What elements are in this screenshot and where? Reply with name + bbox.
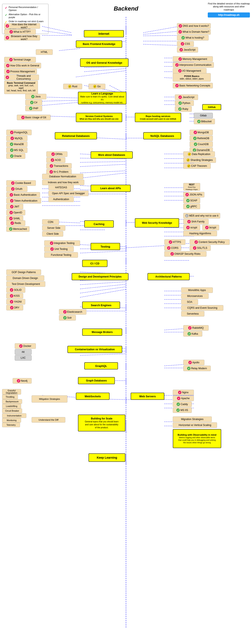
node-dry: ✔DRY xyxy=(6,305,23,310)
node-nosql: NoSQL Databases xyxy=(143,132,181,140)
node-threads: ✔Threads and Concurrency xyxy=(4,75,39,80)
node-os: OS and General Knowledge xyxy=(80,58,129,67)
node-graph-db: Graph Databases xyxy=(78,377,115,384)
svg-line-16 xyxy=(84,68,126,72)
node-rkt: rkt xyxy=(15,349,32,355)
node-backpressure: Backpressure xyxy=(2,399,22,404)
node-rabbitmq: ✔RabbitMQ xyxy=(183,325,209,331)
node-instrumentation: Instrumentation xyxy=(2,413,26,418)
node-solid: ✔SOLID xyxy=(6,287,25,293)
node-cors: ✔CORS xyxy=(164,245,181,251)
node-lxc: LXC xyxy=(15,355,32,360)
node-ms-iis: ✔MS IIS xyxy=(173,408,192,413)
node-observability: Building with Observability in mind Metr… xyxy=(173,429,221,448)
roadmap-container: ✔ Personal Recommendation / Opinion ✔ Al… xyxy=(0,0,252,644)
node-bitbucket: ✔Bitbucket xyxy=(194,119,215,124)
svg-line-93 xyxy=(80,282,126,285)
node-authentication-api: Authentication xyxy=(48,196,74,202)
node-gof: GOF Design Patterns xyxy=(6,270,41,275)
svg-line-81 xyxy=(80,251,126,253)
node-message-brokers: Message Brokers xyxy=(82,328,122,336)
node-web-servers: Web Servers xyxy=(131,393,164,400)
pink-check-icon: ✔ xyxy=(5,6,7,10)
node-jwt: ✔JWT xyxy=(6,204,23,210)
node-cqrs: CQRS and Event Sourcing xyxy=(181,305,223,310)
node-horizontal-scaling: Horizontal vs Vertical Scaling xyxy=(173,422,217,428)
node-monitoring: Monitoring xyxy=(2,418,21,422)
node-functional-testing: Functional Testing xyxy=(44,252,78,258)
node-unit-testing: ✔Unit Testing xyxy=(44,246,74,252)
node-telemetry: Telemetry xyxy=(2,422,20,427)
node-search-engines: Search Engines xyxy=(82,302,120,309)
node-csharp: ✔C# xyxy=(25,100,42,105)
svg-line-95 xyxy=(80,287,126,293)
node-gitlab: Gitlab xyxy=(194,113,213,118)
node-scrypt: ✔scrypt xyxy=(183,225,200,230)
node-throttling: Throttling xyxy=(2,394,18,399)
node-css: ✔CSS xyxy=(177,41,194,46)
node-redis: ✔Redis xyxy=(6,220,25,226)
node-understand-diff: Understand the Diff xyxy=(32,417,65,422)
legend-text-2: Alternative Option - Pick this or purple xyxy=(9,13,46,19)
node-keep-learning: Keep Learning xyxy=(88,453,125,462)
node-circuit-breaker: Circuit Breaker xyxy=(2,408,22,413)
node-javascript-fe: ✔JavaScript xyxy=(177,47,198,52)
node-hateoas: HATEOAS xyxy=(48,185,74,190)
node-rethinkdb: ✔RethinkDB xyxy=(190,136,213,141)
node-memcached: ✔Memcached xyxy=(6,226,29,232)
node-posix: POSIX Basicsstdin, stdout, stderr, pipes xyxy=(173,73,211,82)
svg-line-7 xyxy=(143,36,179,36)
node-web-security: Web Security Knowledge xyxy=(135,218,179,228)
node-couchdb: ✔CouchDB xyxy=(190,142,213,147)
node-testing: Testing xyxy=(91,243,120,250)
node-ddd: Domain Driven Design xyxy=(6,276,44,281)
node-openapi: Open API Spec and Swagger xyxy=(48,191,88,196)
node-md5: ●MD5 and why not to use it xyxy=(183,213,220,218)
node-serverless: Serverless xyxy=(181,311,204,316)
node-internet: Internet xyxy=(84,30,124,37)
info-box: Find the detailed version of this roadma… xyxy=(208,2,250,18)
node-indexes: Indexes and how they work xyxy=(42,180,84,185)
node-apollo: ✔Apollo xyxy=(183,360,204,365)
node-json-apis: ✔JSON APIs xyxy=(183,192,204,198)
svg-line-50 xyxy=(80,171,126,173)
node-arch-patterns: Architectural Patterns xyxy=(148,273,190,280)
node-client-side: Client Side xyxy=(42,231,63,236)
node-db-normalization: Database Normalization xyxy=(42,174,83,179)
node-https: ✔HTTPS xyxy=(164,239,185,245)
node-loadshifting: Loadshifting xyxy=(2,404,21,408)
node-basic-frontend: Basic Frontend Knowledge xyxy=(76,40,122,48)
node-token-auth: ✔Token Authentication xyxy=(6,198,41,204)
node-content-security: ✔Content Security Policy xyxy=(190,239,230,245)
node-mysql: ✔MySQL xyxy=(6,136,27,141)
node-postgresql: ✔PostgreSQL xyxy=(6,130,32,135)
node-tdd: Test Driven Development xyxy=(6,281,45,287)
node-grpc: ✔gRPC xyxy=(183,204,200,209)
node-os-general: ✔How OSs work in General xyxy=(4,63,41,68)
svg-line-27 xyxy=(42,100,80,101)
node-cdn: CDN xyxy=(42,219,59,225)
node-apache: ✔Apache xyxy=(173,396,194,401)
url-button[interactable]: http://roadmap.sh xyxy=(208,12,250,18)
node-relay: ✔Relay Modern xyxy=(183,366,211,371)
node-kafka: ✔Kafka xyxy=(183,331,202,336)
node-mssql: ✔MS SQL xyxy=(6,148,27,153)
main-title: Backend xyxy=(114,5,138,12)
node-websockets: WebSockets xyxy=(76,393,110,400)
node-graphql: GraphQL xyxy=(84,362,118,370)
node-php: ✔PHP xyxy=(25,106,42,111)
node-go: ✔Go xyxy=(88,84,105,89)
node-sha-family: ✔SHA Family xyxy=(183,219,209,224)
node-building-scale: Building for Scale General topics that y… xyxy=(78,414,125,432)
node-cookie-based: ✔Cookie Based xyxy=(6,180,36,186)
node-transactions: ✔Transactions xyxy=(46,163,72,169)
node-bcrypt: ✔bcrypt xyxy=(202,225,219,230)
node-io-mgmt: ✔I/O Management xyxy=(173,68,207,74)
node-integration-testing: ✔Integration Testing xyxy=(44,240,80,246)
node-neo4j: ✔Neo4j xyxy=(13,378,32,384)
node-javascript-lang: ✔JavaScript xyxy=(175,94,198,100)
node-nginx: ✔Nginx xyxy=(173,390,194,395)
node-ruby: ✔Ruby xyxy=(175,106,192,112)
green-check-icon: ✔ xyxy=(5,13,7,17)
node-process-mgmt: ✔Process Management xyxy=(4,69,37,74)
